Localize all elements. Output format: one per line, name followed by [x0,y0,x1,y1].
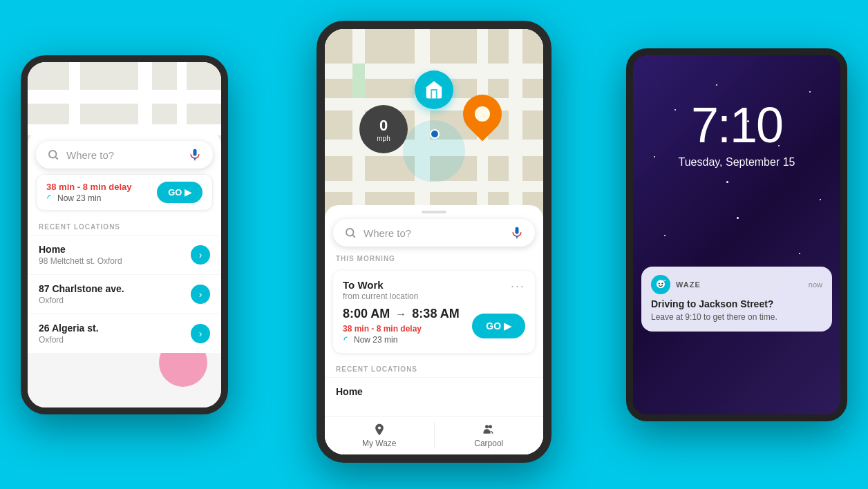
work-now-time: Now 23 min [343,335,460,345]
time-arrow: → [395,308,406,320]
bottom-nav: My Waze Carpool [325,416,543,454]
left-phone: Where to? 38 min - 8 min delay Now 23 mi… [21,55,228,414]
work-title: To Work [343,279,418,291]
svg-point-0 [49,151,57,158]
speed-badge: 0 mph [359,105,408,153]
search-icon [47,148,59,161]
my-waze-label: My Waze [362,439,397,448]
location-item-charlstone[interactable]: 87 Charlstone ave. Oxford › [28,274,221,314]
svg-point-11 [657,280,665,288]
search-bar-center[interactable]: Where to? [333,219,535,247]
notif-title: Driving to Jackson Street? [651,298,822,309]
right-phone-screen: 7:10 Tuesday, September 15 WA [633,55,840,414]
orange-pin-inner [475,106,490,122]
time-row: 8:00 AM → 8:38 AM 38 min - 8 min delay N… [343,307,525,345]
mic-icon-left[interactable] [188,148,202,162]
svg-point-8 [378,426,381,429]
location-arrow-home[interactable]: › [191,245,210,265]
waze-app-icon [651,275,670,294]
location-addr-charlstone: Oxford [39,296,124,305]
svg-line-5 [352,235,355,237]
go-button-center[interactable]: GO ▶ [472,314,525,338]
notif-app-name: WAZE [676,280,701,289]
location-name-algeria: 26 Algeria st. [39,323,99,334]
speed-number: 0 [379,117,388,135]
top-route-card-left: 38 min - 8 min delay Now 23 min GO ▶ [36,174,213,211]
svg-rect-6 [516,227,519,234]
speed-unit: mph [377,135,390,142]
search-bar-left[interactable]: Where to? [36,141,213,169]
svg-point-12 [659,283,660,285]
signal-icon-center [343,336,351,344]
svg-point-4 [346,229,354,236]
search-icon-center [344,227,357,239]
center-phone-screen: 0 mph Where to? THIS MORNING [325,29,543,454]
waze-notification[interactable]: WAZE now Driving to Jackson Street? Leav… [641,267,832,332]
carpool-label: Carpool [474,439,503,448]
orange-destination-pin [455,86,509,141]
time-end: 8:38 AM [412,307,459,321]
notif-body: Leave at 9:10 to get there on time. [651,311,822,323]
location-name-home-center: Home [336,386,363,397]
work-card: To Work from current location ··· 8:00 A… [333,271,535,353]
location-name-home: Home [39,244,122,255]
svg-point-9 [485,425,489,428]
carpool-icon [482,423,496,437]
go-button-left[interactable]: GO ▶ [157,182,202,203]
work-delay: 38 min - 8 min delay [343,324,460,334]
waze-face-icon [654,278,667,291]
mic-icon-center[interactable] [510,226,524,240]
green-stripe [352,64,365,98]
svg-line-1 [55,157,57,159]
search-placeholder-center: Where to? [364,227,510,239]
recent-section-label-center: RECENT LOCATIONS [325,358,543,377]
svg-point-13 [661,283,663,285]
now-time-left: Now 23 min [46,193,132,203]
svg-point-10 [489,425,492,428]
left-phone-screen: Where to? 38 min - 8 min delay Now 23 mi… [28,62,221,408]
location-item-home[interactable]: Home 98 Meltchett st. Oxford › [28,235,221,274]
search-placeholder-left: Where to? [66,149,188,161]
user-location-dot [430,129,440,139]
delay-text-left: 38 min - 8 min delay [46,182,132,192]
location-item-home-center[interactable]: Home [325,377,543,405]
sheet-handle [422,211,446,213]
nav-carpool[interactable]: Carpool [435,416,544,454]
location-item-algeria[interactable]: 26 Algeria st. Oxford › [28,314,221,353]
map-road [28,90,221,104]
this-morning-label: THIS MORNING [325,252,543,268]
work-subtitle: from current location [343,291,418,301]
more-options-icon[interactable]: ··· [511,279,525,294]
svg-rect-2 [194,149,197,156]
location-addr-home: 98 Meltchett st. Oxford [39,256,122,266]
time-start: 8:00 AM [343,307,390,321]
work-card-header: To Work from current location ··· [343,279,525,301]
center-phone: 0 mph Where to? THIS MORNING [317,21,551,463]
location-arrow-algeria[interactable]: › [191,324,210,343]
recent-section-label-left: RECENT LOCATIONS [28,216,221,235]
location-name-charlstone: 87 Charlstone ave. [39,283,124,294]
location-addr-algeria: Oxford [39,335,99,345]
right-phone: 7:10 Tuesday, September 15 WA [626,48,847,421]
nav-my-waze[interactable]: My Waze [325,416,434,454]
notification-header: WAZE now [651,275,822,294]
map-pin-nav-icon [372,423,386,437]
home-pin [415,70,453,109]
home-icon [424,79,444,100]
signal-icon [46,194,55,202]
notif-app-row: WAZE [651,275,701,294]
notif-time: now [809,280,822,289]
location-arrow-charlstone[interactable]: › [191,285,210,304]
stars-background [633,55,840,414]
center-bottom-sheet: Where to? THIS MORNING To Work from curr… [325,205,543,454]
